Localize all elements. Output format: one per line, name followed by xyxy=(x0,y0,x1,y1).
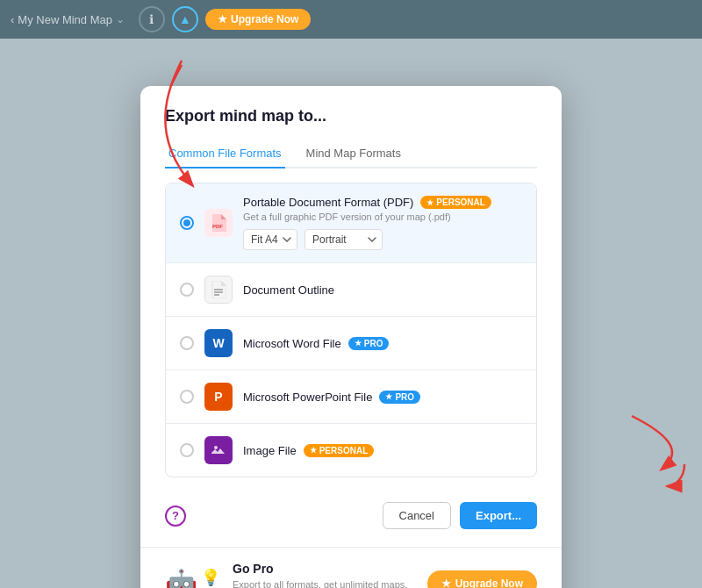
pdf-desc: Get a full graphic PDF version of your m… xyxy=(243,212,522,222)
gopro-btn-label: Upgrade Now xyxy=(455,577,523,588)
ppt-badge: PRO xyxy=(379,391,420,404)
modal-footer: ? Cancel Export... xyxy=(140,491,562,547)
star-icon-gopro: ★ xyxy=(441,577,451,588)
radio-docoutline[interactable] xyxy=(180,283,194,297)
orientation-select[interactable]: Portrait Landscape xyxy=(304,229,383,250)
format-item-image[interactable]: Image File PERSONAL xyxy=(166,424,536,477)
svg-text:PDF: PDF xyxy=(212,224,223,229)
radio-word[interactable] xyxy=(180,336,194,350)
radio-ppt[interactable] xyxy=(180,390,194,404)
tab-common-formats[interactable]: Common File Formats xyxy=(165,140,285,169)
radio-pdf[interactable] xyxy=(180,216,194,230)
modal-tabs: Common File Formats Mind Map Formats xyxy=(165,140,537,169)
export-modal: Export mind map to... Common File Format… xyxy=(140,86,562,588)
word-badge: PRO xyxy=(348,337,390,350)
image-info: Image File PERSONAL xyxy=(243,444,522,457)
gopro-desc: Export to all formats, get unlimited map… xyxy=(233,578,415,588)
tab-mindmap-formats[interactable]: Mind Map Formats xyxy=(303,140,405,169)
image-name: Image File PERSONAL xyxy=(243,444,522,457)
ppt-info: Microsoft PowerPoint File PRO xyxy=(243,391,522,404)
svg-rect-6 xyxy=(211,443,226,457)
modal-body: PDF Portable Document Format (PDF) PERSO… xyxy=(140,169,562,491)
topbar-title: My New Mind Map xyxy=(18,13,112,26)
pdf-options: Fit A4 A4 A3 Letter Portrait Landscape xyxy=(243,229,522,250)
info-icon[interactable]: ℹ xyxy=(139,6,165,32)
upgrade-button[interactable]: ★ Upgrade Now xyxy=(205,9,311,30)
gopro-title: Go Pro xyxy=(233,562,415,576)
lightbulb-icon: 💡 xyxy=(201,568,220,587)
svg-point-7 xyxy=(214,446,218,449)
star-icon: ★ xyxy=(218,13,227,25)
canvas-area: Export mind map to... Common File Format… xyxy=(0,39,702,588)
pdf-name: Portable Document Format (PDF) PERSONAL xyxy=(243,196,522,209)
modal-header: Export mind map to... Common File Format… xyxy=(140,86,562,169)
modal-title: Export mind map to... xyxy=(165,107,537,125)
image-badge: PERSONAL xyxy=(304,444,375,457)
pdf-info: Portable Document Format (PDF) PERSONAL … xyxy=(243,196,522,250)
pdf-badge: PERSONAL xyxy=(420,196,491,209)
chevron-left-icon: ‹ xyxy=(11,13,14,26)
cancel-button[interactable]: Cancel xyxy=(383,502,451,529)
robot-icon: 🤖 xyxy=(165,568,197,588)
topbar: ‹ My New Mind Map ⌄ ℹ ▲ ★ Upgrade Now xyxy=(0,0,702,39)
footer-buttons: Cancel Export... xyxy=(383,502,537,529)
word-info: Microsoft Word File PRO xyxy=(243,337,522,350)
gopro-upgrade-button[interactable]: ★ Upgrade Now xyxy=(427,570,537,588)
docoutline-info: Document Outline xyxy=(243,283,522,297)
back-button[interactable]: ‹ My New Mind Map ⌄ xyxy=(11,13,125,26)
modal-overlay: Export mind map to... Common File Format… xyxy=(0,77,702,588)
format-list: PDF Portable Document Format (PDF) PERSO… xyxy=(165,183,537,477)
pdf-icon: PDF xyxy=(204,209,233,237)
ppt-icon: P xyxy=(204,383,233,411)
upload-icon[interactable]: ▲ xyxy=(172,6,198,32)
help-icon[interactable]: ? xyxy=(165,506,186,527)
ppt-name: Microsoft PowerPoint File PRO xyxy=(243,391,522,404)
word-icon: W xyxy=(204,329,233,357)
doc-icon xyxy=(204,276,233,304)
export-button[interactable]: Export... xyxy=(460,502,537,529)
format-item-docoutline[interactable]: Document Outline xyxy=(166,263,536,317)
image-icon xyxy=(204,436,233,464)
word-name: Microsoft Word File PRO xyxy=(243,337,522,350)
gopro-banner: 🤖 💡 Go Pro Export to all formats, get un… xyxy=(140,547,562,588)
upgrade-label: Upgrade Now xyxy=(231,13,298,25)
radio-image[interactable] xyxy=(180,443,194,457)
format-item-pdf[interactable]: PDF Portable Document Format (PDF) PERSO… xyxy=(166,183,536,263)
chevron-down-icon: ⌄ xyxy=(116,13,125,25)
topbar-icons: ℹ ▲ xyxy=(139,6,198,32)
format-item-word[interactable]: W Microsoft Word File PRO xyxy=(166,317,536,370)
page-size-select[interactable]: Fit A4 A4 A3 Letter xyxy=(243,229,297,250)
gopro-text: Go Pro Export to all formats, get unlimi… xyxy=(233,562,415,588)
format-item-ppt[interactable]: P Microsoft PowerPoint File PRO xyxy=(166,370,536,424)
docoutline-name: Document Outline xyxy=(243,283,522,297)
